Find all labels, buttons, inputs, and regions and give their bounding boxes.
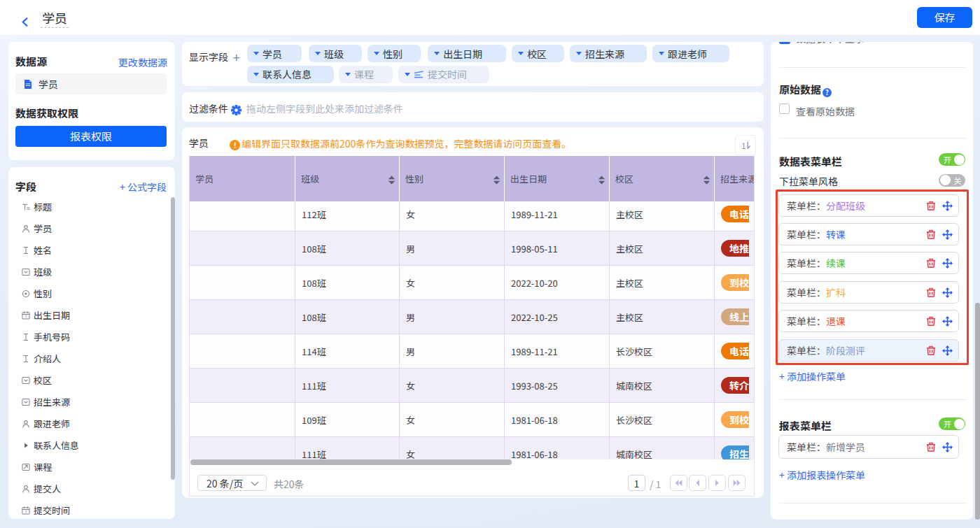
svg-text:?: ? xyxy=(825,88,829,97)
svg-text:1: 1 xyxy=(741,140,746,151)
